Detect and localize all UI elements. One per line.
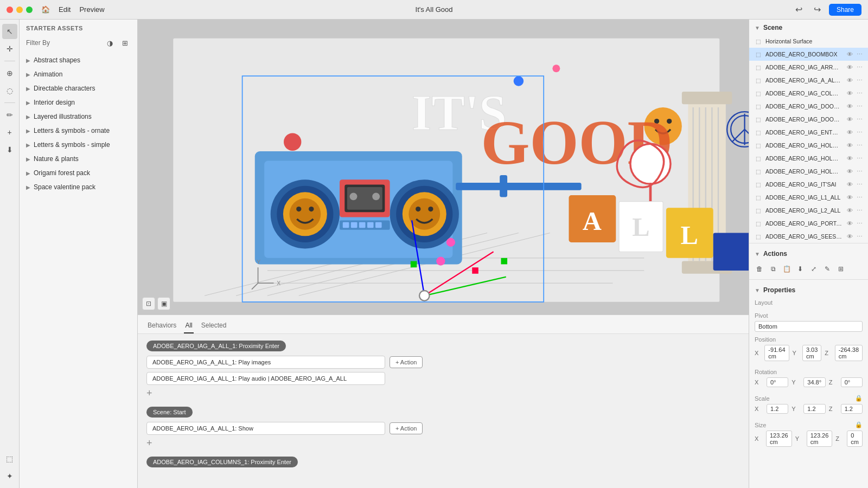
- zoom-fit-button[interactable]: ⊡: [142, 297, 155, 310]
- scene-item-seesaw[interactable]: ⬚ ADOBE_AERO_IAG_SEESAW 👁 ⋯: [749, 230, 868, 241]
- scene-item-a-all-1[interactable]: ⬚ ADOBE_AERO_IAG_A_ALL_1 👁 ⋯: [749, 74, 868, 87]
- category-abstract[interactable]: ▶ Abstract shapes: [20, 53, 137, 67]
- category-characters[interactable]: ▶ Directable characters: [20, 81, 137, 95]
- trigger-scene-start[interactable]: Scene: Start: [146, 407, 193, 418]
- bottom-tool-2[interactable]: ✦: [2, 468, 17, 484]
- brush-tool[interactable]: ✏: [2, 107, 17, 123]
- position-z-value[interactable]: -264.38 cm: [835, 345, 863, 361]
- size-x-value[interactable]: 123.26 cm: [766, 431, 792, 447]
- more-icon[interactable]: ⋯: [855, 63, 864, 72]
- size-z-value[interactable]: 0 cm: [847, 431, 863, 447]
- category-layered[interactable]: ▶ Layered illustrations: [20, 110, 137, 124]
- canvas-area[interactable]: 👍 IT'S GOOD: [138, 20, 749, 314]
- menu-preview[interactable]: Preview: [79, 5, 104, 14]
- behavior-action-box-3[interactable]: ADOBE_AERO_IAG_A_ALL_1: Show: [146, 422, 385, 435]
- anchor-tool[interactable]: ⊕: [2, 66, 17, 81]
- scene-item-hole-2[interactable]: ⬚ ADOBE_AERO_IAG_HOLE_2 👁 ⋯: [749, 152, 868, 165]
- visibility-icon[interactable]: 👁: [845, 206, 854, 215]
- more-icon[interactable]: ⋯: [855, 128, 864, 137]
- visibility-icon[interactable]: 👁: [845, 141, 854, 150]
- more-icon[interactable]: ⋯: [855, 89, 864, 98]
- add-action-button-2[interactable]: + Action: [390, 422, 423, 434]
- more-icon[interactable]: ⋯: [855, 76, 864, 85]
- visibility-icon[interactable]: 👁: [845, 50, 854, 59]
- visibility-icon[interactable]: 👁: [845, 180, 854, 189]
- home-icon[interactable]: 🏠: [41, 5, 50, 14]
- more-icon[interactable]: ⋯: [855, 232, 864, 241]
- scene-item-boombox[interactable]: ⬚ ADOBE_AERO_BOOMBOX 👁 ⋯: [749, 48, 868, 61]
- close-btn[interactable]: [7, 7, 13, 13]
- view-toggle-button[interactable]: ▣: [157, 297, 170, 310]
- visibility-icon[interactable]: 👁: [845, 115, 854, 124]
- category-interior[interactable]: ▶ Interior design: [20, 95, 137, 110]
- visibility-icon[interactable]: 👁: [845, 167, 854, 176]
- category-animation[interactable]: ▶ Animation: [20, 67, 137, 81]
- visibility-icon[interactable]: 👁: [845, 219, 854, 228]
- select-tool[interactable]: ↖: [2, 24, 17, 39]
- scale-lock-icon[interactable]: 🔒: [855, 395, 863, 402]
- trigger-proximity-1[interactable]: ADOBE_AERO_IAG_A_ALL_1: Proximity Enter: [146, 341, 286, 351]
- undo-button[interactable]: ↩: [792, 3, 806, 17]
- visibility-icon[interactable]: 👁: [845, 232, 854, 241]
- rotation-x-value[interactable]: 0°: [767, 377, 788, 387]
- visibility-icon[interactable]: 👁: [845, 154, 854, 163]
- tab-all[interactable]: All: [184, 319, 193, 333]
- more-icon[interactable]: ⋯: [855, 115, 864, 124]
- minimize-btn[interactable]: [16, 7, 23, 13]
- more-icon[interactable]: ⋯: [855, 102, 864, 111]
- properties-section-header[interactable]: ▼ Properties: [749, 282, 868, 297]
- more-icon[interactable]: ⋯: [855, 50, 864, 59]
- actions-section-header[interactable]: ▼ Actions: [749, 246, 868, 261]
- visibility-icon[interactable]: 👁: [845, 102, 854, 111]
- download-action-button[interactable]: ⬇: [794, 263, 806, 275]
- position-x-value[interactable]: -91.64 cm: [764, 345, 789, 361]
- scene-item-doorway-2[interactable]: ⬚ ADOBE_AERO_IAG_DOORWA... 👁 ⋯: [749, 113, 868, 126]
- scene-item-l1[interactable]: ⬚ ADOBE_AERO_IAG_L1_ALL 👁 ⋯: [749, 191, 868, 204]
- visibility-icon[interactable]: 👁: [845, 193, 854, 202]
- scene-section-header[interactable]: ▼ Scene: [749, 20, 868, 35]
- add-action-button[interactable]: ⊞: [835, 263, 847, 275]
- scene-item-doorway-1[interactable]: ⬚ ADOBE_AERO_IAG_DOORWA... 👁 ⋯: [749, 100, 868, 113]
- add-tool[interactable]: +: [2, 125, 17, 140]
- more-icon[interactable]: ⋯: [855, 193, 864, 202]
- scene-item-hole-1[interactable]: ⬚ ADOBE_AERO_IAG_HOLE_1 👁 ⋯: [749, 139, 868, 152]
- category-letters-simple[interactable]: ▶ Letters & symbols - simple: [20, 138, 137, 152]
- edit-action-button[interactable]: ✎: [821, 263, 833, 275]
- scene-item-arrow[interactable]: ⬚ ADOBE_AERO_IAG_ARROW 👁 ⋯: [749, 61, 868, 74]
- behavior-action-box-2[interactable]: ADOBE_AERO_IAG_A_ALL_1: Play audio | ADO…: [146, 372, 385, 385]
- visibility-icon[interactable]: 👁: [845, 76, 854, 85]
- behavior-action-box-1[interactable]: ADOBE_AERO_IAG_A_ALL_1: Play images: [146, 356, 385, 369]
- path-tool[interactable]: ◌: [2, 83, 17, 98]
- more-icon[interactable]: ⋯: [855, 141, 864, 150]
- more-icon[interactable]: ⋯: [855, 206, 864, 215]
- move-tool[interactable]: ✛: [2, 41, 17, 56]
- scene-item-column[interactable]: ⬚ ADOBE_AERO_IAG_COLUMN_... 👁 ⋯: [749, 87, 868, 100]
- share-button[interactable]: Share: [829, 4, 861, 16]
- visibility-icon[interactable]: 👁: [845, 63, 854, 72]
- category-space[interactable]: ▶ Space valentine pack: [20, 180, 137, 194]
- position-y-value[interactable]: 3.03 cm: [802, 345, 821, 361]
- category-nature[interactable]: ▶ Nature & plants: [20, 152, 137, 166]
- category-letters-ornate[interactable]: ▶ Letters & symbols - ornate: [20, 124, 137, 138]
- tab-selected[interactable]: Selected: [200, 319, 228, 333]
- rotation-z-value[interactable]: 0°: [841, 377, 863, 387]
- filter-circle-icon[interactable]: ◑: [104, 37, 116, 49]
- pivot-select[interactable]: Bottom: [755, 321, 863, 332]
- tab-behaviors[interactable]: Behaviors: [146, 319, 177, 333]
- scene-item-l2[interactable]: ⬚ ADOBE_AERO_IAG_L2_ALL 👁 ⋯: [749, 204, 868, 217]
- bottom-tool-1[interactable]: ⬚: [2, 451, 17, 466]
- scene-item-itsai[interactable]: ⬚ ADOBE_AERO_IAG_IT'SAI 👁 ⋯: [749, 178, 868, 191]
- scene-item-entrance[interactable]: ⬚ ADOBE_AERO_IAG_ENTRANCE 👁 ⋯: [749, 126, 868, 139]
- add-more-button-2[interactable]: +: [146, 438, 152, 448]
- menu-edit[interactable]: Edit: [59, 5, 71, 14]
- more-icon[interactable]: ⋯: [855, 180, 864, 189]
- delete-action-button[interactable]: 🗑: [754, 263, 765, 275]
- scale-y-value[interactable]: 1.2: [803, 404, 825, 414]
- size-lock-icon[interactable]: 🔒: [855, 421, 863, 428]
- visibility-icon[interactable]: 👁: [845, 89, 854, 98]
- scene-item-portal[interactable]: ⬚ ADOBE_AERO_IAG_PORTAL 👁 ⋯: [749, 217, 868, 230]
- maximize-btn[interactable]: [26, 7, 33, 13]
- size-y-value[interactable]: 123.26 cm: [807, 431, 833, 447]
- trigger-proximity-2[interactable]: ADOBE_AERO_IAG_COLUMNS_1: Proximity Ente…: [146, 457, 298, 467]
- more-icon[interactable]: ⋯: [855, 167, 864, 176]
